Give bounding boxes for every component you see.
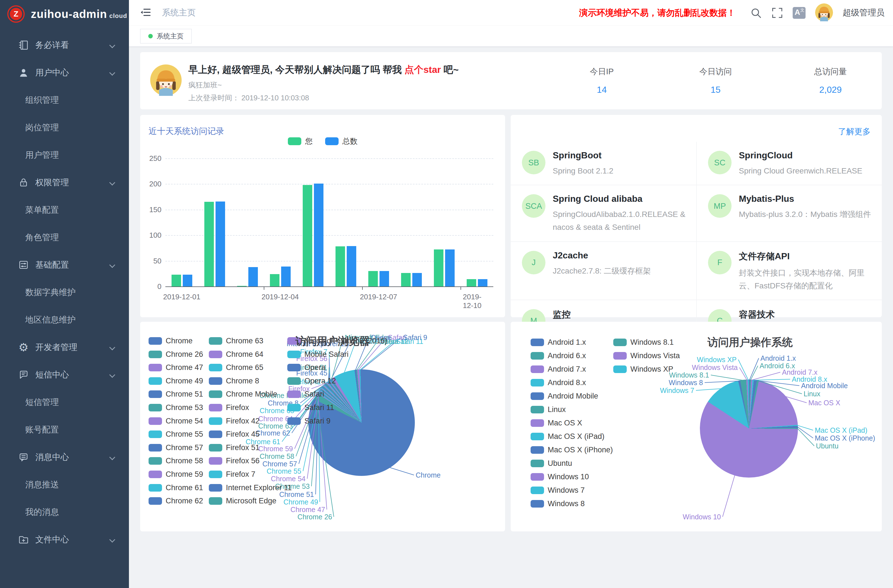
sidebar-item-数据字典维护[interactable]: 数据字典维护 [0, 278, 129, 306]
sidebar-item-角色管理[interactable]: 角色管理 [0, 224, 129, 251]
search-icon[interactable] [750, 7, 762, 19]
legend-swatch [209, 364, 222, 371]
sidebar-item-地区信息维护[interactable]: 地区信息维护 [0, 306, 129, 334]
legend-item-Mac OS X (iPhone)[interactable]: Mac OS X (iPhone) [531, 446, 613, 454]
star-link[interactable]: 点个star [404, 64, 441, 75]
legend-item-Mac OS X[interactable]: Mac OS X [531, 419, 582, 427]
legend-item-Internet Explorer 11[interactable]: Internet Explorer 11 [209, 483, 292, 492]
legend-item-Chrome 61[interactable]: Chrome 61 [149, 483, 203, 492]
legend-item-Windows Vista[interactable]: Windows Vista [613, 352, 680, 360]
legend-item-Chrome 64[interactable]: Chrome 64 [209, 350, 263, 359]
language-switch-icon[interactable]: A文 [793, 7, 806, 19]
sidebar-collapse-icon[interactable] [140, 7, 151, 19]
legend-item-总数[interactable]: 总数 [325, 136, 358, 146]
legend-item-Firefox 45[interactable]: Firefox 45 [209, 430, 260, 439]
sidebar-item-短信管理[interactable]: 短信管理 [0, 388, 129, 416]
legend-item-Chrome 62[interactable]: Chrome 62 [149, 497, 203, 505]
sidebar-item-我的消息[interactable]: 我的消息 [0, 498, 129, 526]
sidebar-item-岗位管理[interactable]: 岗位管理 [0, 114, 129, 141]
fullscreen-icon[interactable] [771, 7, 783, 19]
sidebar-item-用户管理[interactable]: 用户管理 [0, 141, 129, 169]
legend-item-Windows XP[interactable]: Windows XP [613, 365, 673, 374]
bar-您-2019-12-09 [434, 250, 443, 286]
legend-item-Windows 7[interactable]: Windows 7 [531, 486, 585, 495]
legend-item-Windows 8.1[interactable]: Windows 8.1 [613, 338, 674, 347]
legend-item-Android 8.x[interactable]: Android 8.x [531, 378, 586, 387]
legend-item-Ubuntu[interactable]: Ubuntu [531, 459, 572, 468]
sidebar-item-菜单配置[interactable]: 菜单配置 [0, 196, 129, 224]
legend-item-Chrome 49[interactable]: Chrome 49 [149, 377, 203, 385]
legend-item-Linux[interactable]: Linux [531, 405, 566, 414]
legend-item-Chrome 47[interactable]: Chrome 47 [149, 363, 203, 372]
tech-desc: SpringCloudAlibaba2.1.0.RELEASE & nacos … [553, 208, 687, 234]
legend-item-Windows 8[interactable]: Windows 8 [531, 499, 585, 508]
sidebar-item-务必详看[interactable]: 务必详看 [0, 32, 129, 59]
sidebar-item-文件中心[interactable]: 文件中心 [0, 526, 129, 553]
legend-item-Chrome 54[interactable]: Chrome 54 [149, 417, 203, 426]
os-pie-chart-card[interactable]: 访问用户操作系统 Android 1.x Android 6.x Android… [511, 322, 882, 531]
sidebar-item-组织管理[interactable]: 组织管理 [0, 86, 129, 114]
legend-item-Chrome 58[interactable]: Chrome 58 [149, 457, 203, 465]
sidebar-item-label: 用户管理 [25, 149, 59, 161]
legend-item-Chrome 59[interactable]: Chrome 59 [149, 470, 203, 479]
legend-item-Opera[interactable]: Opera [287, 363, 325, 372]
visits-bar-chart-card[interactable]: 近十天系统访问记录 您总数 0501001502002502019-12-012… [140, 115, 505, 317]
tech-desc: J2cache2.7.8: 二级缓存框架 [553, 265, 651, 277]
learn-more-link[interactable]: 了解更多 [838, 126, 870, 137]
legend-item-Android 7.x[interactable]: Android 7.x [531, 365, 586, 374]
legend-item-Firefox 51[interactable]: Firefox 51 [209, 444, 260, 452]
legend-item-Chrome[interactable]: Chrome [149, 337, 192, 345]
legend-item-Opera 12[interactable]: Opera 12 [287, 377, 336, 385]
legend-item-Chrome 65[interactable]: Chrome 65 [209, 363, 263, 372]
sidebar-item-消息推送[interactable]: 消息推送 [0, 471, 129, 498]
tech-title: 文件存储API [739, 250, 873, 263]
legend-item-Chrome Mobile[interactable]: Chrome Mobile [209, 390, 277, 399]
sidebar-item-用户中心[interactable]: 用户中心 [0, 59, 129, 86]
sidebar-item-短信中心[interactable]: 短信中心 [0, 361, 129, 388]
legend-item-Safari[interactable]: Safari [287, 390, 324, 399]
legend-item-Chrome 26[interactable]: Chrome 26 [149, 350, 203, 359]
legend-item-Chrome 51[interactable]: Chrome 51 [149, 390, 203, 399]
legend-swatch [287, 390, 301, 398]
legend-item-Android Mobile[interactable]: Android Mobile [531, 392, 598, 400]
pie-callout-Chrome 55: Chrome 55 [266, 467, 301, 475]
legend-item-您[interactable]: 您 [288, 136, 313, 146]
legend-item-Chrome 8[interactable]: Chrome 8 [209, 377, 259, 385]
legend-item-Android 6.x[interactable]: Android 6.x [531, 352, 586, 360]
legend-item-Safari 11[interactable]: Safari 11 [287, 403, 334, 412]
tab-home[interactable]: 系统主页 [140, 29, 192, 44]
username-label[interactable]: 超级管理员 [843, 7, 885, 18]
legend-item-Chrome 55[interactable]: Chrome 55 [149, 430, 203, 439]
sidebar-item-label: 菜单配置 [25, 204, 59, 216]
pie-chart[interactable] [700, 379, 798, 478]
legend-item-Mac OS X (iPad)[interactable]: Mac OS X (iPad) [531, 432, 604, 441]
legend-item-Android 1.x[interactable]: Android 1.x [531, 338, 586, 347]
legend-item-Safari 9[interactable]: Safari 9 [287, 417, 331, 426]
chevron-down-icon [109, 42, 115, 48]
legend-item-Chrome 53[interactable]: Chrome 53 [149, 403, 203, 412]
x-axis-tick: 2019-12-01 [163, 293, 200, 301]
legend-item-Firefox 56[interactable]: Firefox 56 [209, 457, 260, 465]
greeting-subtitle: 疯狂加班~ [188, 80, 222, 90]
breadcrumb[interactable]: 系统主页 [162, 7, 195, 18]
app-logo[interactable]: Z zuihou-admincloud [0, 0, 129, 28]
legend-item-Firefox[interactable]: Firefox [209, 403, 249, 412]
legend-item-Mobile Safari[interactable]: Mobile Safari [287, 350, 349, 359]
legend-item-Chrome 63[interactable]: Chrome 63 [209, 337, 263, 345]
sidebar-item-消息中心[interactable]: 消息中心 [0, 444, 129, 471]
sidebar-item-权限管理[interactable]: 权限管理 [0, 169, 129, 196]
sidebar-item-开发者管理[interactable]: ⚙开发者管理 [0, 334, 129, 361]
legend-swatch [531, 406, 544, 414]
legend-item-Firefox 7[interactable]: Firefox 7 [209, 470, 256, 479]
legend-item-Windows 10[interactable]: Windows 10 [531, 472, 589, 481]
bar-chart-legend: 您总数 [140, 136, 505, 146]
browser-pie-chart-card[interactable]: 访问用户浏览器 Chrome Chrome 26 Chrome 47 Chrom… [140, 322, 505, 531]
legend-swatch [531, 460, 544, 467]
legend-item-Microsoft Edge[interactable]: Microsoft Edge [209, 497, 277, 505]
user-avatar[interactable] [815, 3, 833, 23]
legend-item-Chrome 57[interactable]: Chrome 57 [149, 444, 203, 452]
tech-badge: SCA [522, 194, 546, 218]
sidebar-item-基础配置[interactable]: 基础配置 [0, 251, 129, 278]
sidebar-item-账号配置[interactable]: 账号配置 [0, 416, 129, 444]
legend-item-Firefox 42[interactable]: Firefox 42 [209, 417, 260, 426]
